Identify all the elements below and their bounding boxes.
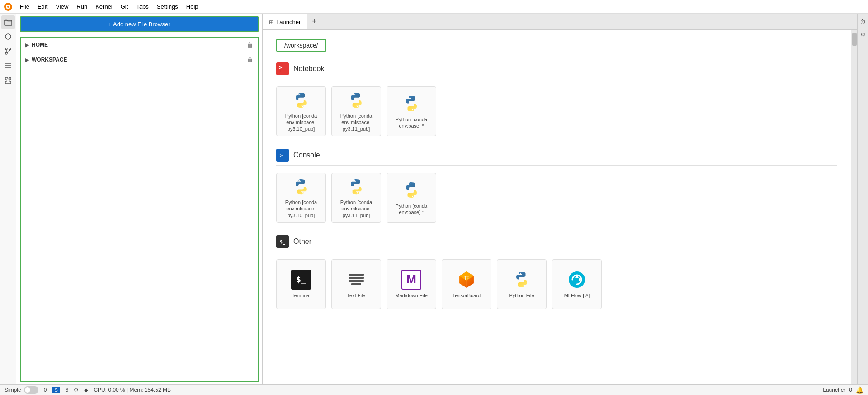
main-layout: + Add new File Browser ▶ HOME 🗑 ▶ WORKSP… <box>0 14 868 384</box>
menu-tabs[interactable]: Tabs <box>132 2 152 11</box>
kernel-count-1: 6 <box>66 387 69 393</box>
markdown-card-label: Markdown File <box>395 292 428 299</box>
workspace-path: /workspace/ <box>276 39 326 52</box>
console-section-icon: >_ <box>276 149 289 162</box>
file-browser-list: ▶ HOME 🗑 ▶ WORKSPACE 🗑 <box>20 37 259 382</box>
console-card-1-label: Python [conda env:mlspace-py3.11_pub] <box>335 199 377 219</box>
markdown-icon: M <box>401 270 421 290</box>
simple-label: Simple <box>5 387 21 393</box>
tab-bar: ⊞ Launcher + <box>263 14 857 30</box>
tensorboard-card[interactable]: TF TensorBoard <box>442 259 491 309</box>
launcher-content: /workspace/ Notebook <box>263 30 851 384</box>
tensorboard-card-label: TensorBoard <box>453 292 481 299</box>
console-card-2[interactable]: Python [conda env:base] * <box>387 173 436 223</box>
sidebar-git-btn[interactable] <box>1 44 15 58</box>
pythonfile-card[interactable]: Python File <box>497 259 547 309</box>
svg-point-20 <box>302 192 303 193</box>
sidebar-list-btn[interactable] <box>1 59 15 72</box>
app-logo <box>4 2 13 11</box>
mlflow-card-label: MLFlow [↗] <box>564 292 590 299</box>
right-sidebar: ⏱ ⚙ <box>857 14 868 384</box>
workspace-trash-icon[interactable]: 🗑 <box>247 56 253 63</box>
right-gear-icon[interactable]: ⚙ <box>859 30 868 39</box>
bell-icon[interactable]: 🔔 <box>856 386 863 394</box>
tab-launcher[interactable]: ⊞ Launcher <box>263 14 307 29</box>
launcher-tab-icon: ⊞ <box>269 19 274 25</box>
add-file-browser-button[interactable]: + Add new File Browser <box>20 16 259 32</box>
simple-toggle: Simple <box>5 386 38 394</box>
terminal-card-label: Terminal <box>292 292 311 299</box>
menu-file[interactable]: File <box>16 2 33 11</box>
workspace-label: WORKSPACE <box>32 57 67 63</box>
mode-toggle-track[interactable] <box>24 386 38 394</box>
notebook-cards-row: Python [conda env:mlspace-py3.10_pub] <box>276 86 837 136</box>
console-cards-row: Python [conda env:mlspace-py3.10_pub] <box>276 173 837 223</box>
file-panel: + Add new File Browser ▶ HOME 🗑 ▶ WORKSP… <box>16 14 263 384</box>
mlflow-icon <box>567 270 587 290</box>
console-card-0[interactable]: Python [conda env:mlspace-py3.10_pub] <box>276 173 326 223</box>
svg-point-2 <box>7 6 9 8</box>
diamond-status-icon: ◆ <box>84 387 88 393</box>
vertical-scrollbar[interactable] <box>851 30 857 384</box>
svg-point-7 <box>9 48 11 50</box>
notebook-card-2-label: Python [conda env:base] * <box>391 116 432 129</box>
notebook-card-2[interactable]: Python [conda env:base] * <box>387 86 436 136</box>
menu-kernel[interactable]: Kernel <box>92 2 116 11</box>
svg-text:TF: TF <box>464 276 469 281</box>
right-clock-icon[interactable]: ⏱ <box>859 17 868 26</box>
other-cards-row: $_ Terminal Text File <box>276 259 837 309</box>
textfile-icon <box>346 270 366 290</box>
file-item-home[interactable]: ▶ HOME 🗑 <box>21 38 258 52</box>
notebook-section-title: Notebook <box>293 65 325 73</box>
file-item-workspace[interactable]: ▶ WORKSPACE 🗑 <box>21 52 258 67</box>
notebook-card-1-label: Python [conda env:mlspace-py3.11_pub] <box>335 113 377 132</box>
tensorboard-icon: TF <box>457 270 476 290</box>
terminal-icon: $_ <box>291 270 311 290</box>
svg-point-16 <box>357 106 358 107</box>
svg-point-22 <box>357 192 358 193</box>
menu-help[interactable]: Help <box>183 2 202 11</box>
console-card-0-label: Python [conda env:mlspace-py3.10_pub] <box>280 199 322 219</box>
sidebar-folder-btn[interactable] <box>1 15 15 29</box>
pythonfile-card-label: Python File <box>509 292 534 299</box>
notebook-card-1[interactable]: Python [conda env:mlspace-py3.11_pub] <box>331 86 381 136</box>
gear-status-icon[interactable]: ⚙ <box>74 387 79 393</box>
console-section-title: Console <box>293 151 320 159</box>
status-right: Launcher 0 🔔 <box>823 386 863 394</box>
launcher-status-count: 0 <box>849 387 852 393</box>
svg-point-24 <box>412 196 413 197</box>
svg-point-28 <box>569 271 585 288</box>
home-arrow-icon: ▶ <box>25 43 29 48</box>
notebook-card-0[interactable]: Python [conda env:mlspace-py3.10_pub] <box>276 86 326 136</box>
markdown-card[interactable]: M Markdown File <box>387 259 436 309</box>
mlflow-card[interactable]: MLFlow [↗] <box>552 259 602 309</box>
other-section-title: Other <box>293 238 311 246</box>
notebook-card-0-label: Python [conda env:mlspace-py3.10_pub] <box>280 113 322 132</box>
sidebar-puzzle-btn[interactable] <box>1 73 15 87</box>
textfile-card-label: Text File <box>347 292 366 299</box>
menu-edit[interactable]: Edit <box>34 2 51 11</box>
status-badge-s: S <box>52 387 60 393</box>
svg-point-21 <box>354 180 355 181</box>
svg-point-18 <box>412 109 413 110</box>
sidebar-circle-btn[interactable] <box>1 30 15 43</box>
menu-view[interactable]: View <box>52 2 72 11</box>
console-card-2-label: Python [conda env:base] * <box>391 203 432 216</box>
svg-point-26 <box>520 273 521 274</box>
svg-point-4 <box>5 34 11 39</box>
notebook-section-icon <box>276 62 289 75</box>
console-card-1[interactable]: Python [conda env:mlspace-py3.11_pub] <box>331 173 381 223</box>
textfile-card[interactable]: Text File <box>331 259 381 309</box>
menu-git[interactable]: Git <box>117 2 132 11</box>
other-section-icon: $_ <box>276 235 289 248</box>
console-section-header: >_ Console <box>276 149 837 166</box>
menu-run[interactable]: Run <box>73 2 91 11</box>
other-section-header: $_ Other <box>276 235 837 252</box>
terminal-card[interactable]: $_ Terminal <box>276 259 326 309</box>
menu-settings[interactable]: Settings <box>153 2 182 11</box>
content-area: ⊞ Launcher + /workspace/ <box>263 14 857 384</box>
new-tab-button[interactable]: + <box>307 17 321 26</box>
mode-toggle-thumb <box>25 387 30 393</box>
home-trash-icon[interactable]: 🗑 <box>247 41 253 48</box>
launcher-status-label: Launcher <box>823 387 845 393</box>
